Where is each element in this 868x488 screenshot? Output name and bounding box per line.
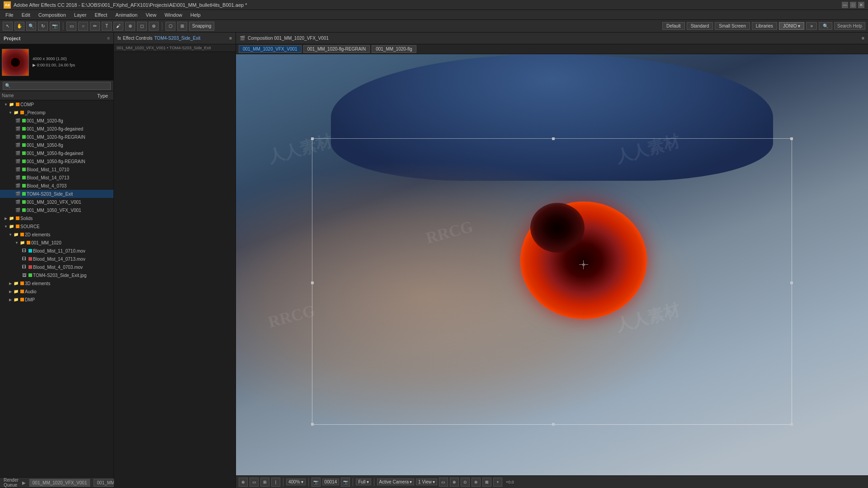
vc-transparency[interactable]: ⊞: [260, 478, 269, 487]
effect-controls-menu[interactable]: ≡: [229, 36, 232, 41]
vc-view-dropdown[interactable]: 1 View ▾: [416, 479, 437, 485]
tree-item-3d[interactable]: ▶ 📁 3D elements: [0, 279, 113, 287]
tree-arrow-2d[interactable]: ▼: [8, 232, 13, 237]
project-panel-menu[interactable]: ≡: [107, 36, 110, 41]
tool-hand[interactable]: ✋: [14, 22, 24, 31]
tree-item-001-vfx[interactable]: 🎬 001_MM_1020_VFX_V001: [0, 198, 113, 206]
workspace-jonio[interactable]: JONIO ▾: [779, 22, 804, 30]
menu-view[interactable]: View: [142, 11, 160, 19]
comp-header-menu[interactable]: ≡: [862, 36, 864, 41]
vc-view-value: 1 View: [418, 479, 432, 484]
vc-guides[interactable]: |: [271, 478, 280, 487]
tree-arrow-audio[interactable]: ▶: [8, 289, 13, 294]
tree-item-blood-mist-11[interactable]: 🎬 Blood_Mist_11_0710: [0, 165, 113, 174]
menu-window[interactable]: Window: [161, 11, 186, 19]
tree-arrow-solids[interactable]: ▶: [4, 216, 8, 221]
tree-arrow-precomp[interactable]: ▼: [8, 110, 13, 115]
tree-item-audio[interactable]: ▶ 📁 Audio: [0, 287, 113, 296]
tool-eraser[interactable]: ◻: [137, 22, 147, 31]
vc-camera-dropdown[interactable]: Active Camera ▾: [377, 479, 415, 485]
comp-tab-flg[interactable]: 001_MM_1020-flg: [372, 45, 416, 53]
tree-item-2d[interactable]: ▼ 📁 2D elements: [0, 230, 113, 239]
project-search-input[interactable]: [3, 82, 111, 90]
workspace-libraries[interactable]: Libraries: [752, 22, 777, 30]
tree-arrow-comp[interactable]: ▼: [4, 102, 8, 107]
vc-btn6[interactable]: +: [493, 478, 502, 487]
tree-item-tom4-side-jpg[interactable]: 🖼 TOM4-S203_Side_Exit.jpg: [0, 271, 113, 279]
window-controls[interactable]: — □ ✕: [842, 2, 864, 8]
menu-animation[interactable]: Animation: [112, 11, 141, 19]
vc-btn3[interactable]: ⊙: [461, 478, 470, 487]
vc-btn5[interactable]: ⊠: [482, 478, 491, 487]
tree-item-blood-mist-11-mov[interactable]: 🎞 Blood_Mist_11_0710.mov: [0, 247, 113, 255]
menu-composition[interactable]: Composition: [35, 11, 70, 19]
tool-zoom[interactable]: 🔍: [26, 22, 36, 31]
tool-shape[interactable]: ⬡: [165, 22, 175, 31]
workspace-default[interactable]: Default: [662, 22, 685, 30]
tree-label-blood-mist-4: Blood_Mist_4_0703: [27, 183, 112, 188]
vc-btn1[interactable]: ▭: [439, 478, 448, 487]
menu-effect[interactable]: Effect: [91, 11, 111, 19]
vc-zoom-dropdown[interactable]: 400% ▾: [286, 479, 306, 485]
composition-viewer[interactable]: 人人素材 RRCG RRCG 人人素材 人人素材: [236, 54, 868, 475]
tree-arrow-dmp[interactable]: ▶: [8, 297, 13, 302]
maximize-button[interactable]: □: [850, 2, 856, 8]
vc-region[interactable]: ▭: [250, 478, 259, 487]
tree-item-blood-mist-4[interactable]: 🎬 Blood_Mist_4_0703: [0, 182, 113, 190]
tool-align[interactable]: ⊞: [177, 22, 187, 31]
workspace-standard[interactable]: Standard: [687, 22, 713, 30]
tool-brush[interactable]: 🖌: [113, 22, 123, 31]
tree-item-001-1050-regrain[interactable]: 🎬 001_MM_1050-flg-REGRAIN: [0, 157, 113, 165]
menu-help[interactable]: Help: [187, 11, 204, 19]
tree-item-blood-mist-14[interactable]: 🎬 Blood_Mist_14_0713: [0, 174, 113, 182]
tool-puppet[interactable]: ⊛: [149, 22, 159, 31]
tree-item-comp[interactable]: ▼ 📁 COMP: [0, 100, 113, 108]
tree-item-001-1050-vfx[interactable]: 🎬 001_MM_1050_VFX_V001: [0, 206, 113, 214]
tree-arrow-3d[interactable]: ▶: [8, 281, 13, 286]
tree-item-001-regrain[interactable]: 🎬 001_MM_1020-flg-REGRAIN: [0, 133, 113, 141]
tool-rect[interactable]: ▭: [66, 22, 76, 31]
tree-item-precomp[interactable]: ▼ 📁 _Precomp: [0, 108, 113, 117]
workspace-extend[interactable]: »: [806, 22, 817, 30]
menu-file[interactable]: File: [2, 11, 17, 19]
tool-camera[interactable]: 📷: [50, 22, 60, 31]
tree-item-001-1050-fg[interactable]: 🎬 001_MM_1050-flg: [0, 141, 113, 149]
vc-camera-btn[interactable]: 📷: [341, 478, 350, 487]
comp-tab-regrain[interactable]: 001_MM_1020-flg-REGRAIN: [303, 45, 370, 53]
search-help-box[interactable]: Search Help: [834, 22, 865, 30]
tree-arrow-source[interactable]: ▼: [4, 224, 8, 229]
workspace-small-screen[interactable]: Small Screen: [715, 22, 750, 30]
tree-item-solids[interactable]: ▶ 📁 Solids: [0, 214, 113, 222]
close-button[interactable]: ✕: [858, 2, 864, 8]
tool-pen[interactable]: ✏: [90, 22, 100, 31]
render-queue-tab1[interactable]: 001_MM_1020_VFX_V001: [29, 479, 90, 487]
tool-ellipse[interactable]: ○: [78, 22, 88, 31]
vc-btn2[interactable]: ⊕: [450, 478, 459, 487]
handle-bl: [311, 423, 314, 426]
menu-edit[interactable]: Edit: [18, 11, 34, 19]
tree-item-001-fg[interactable]: 🎬 001_MM_1020-flg: [0, 117, 113, 125]
minimize-button[interactable]: —: [842, 2, 848, 8]
tool-select[interactable]: ↖: [3, 22, 13, 31]
tree-item-001-1050-degrained[interactable]: 🎬 001_MM_1050-flg-degained: [0, 149, 113, 157]
tree-item-source[interactable]: ▼ 📁 SOURCE: [0, 222, 113, 230]
tree-item-blood-mist-4-mov[interactable]: 🎞 Blood_Mist_4_0703.mov: [0, 263, 113, 271]
tree-item-001-degrained[interactable]: 🎬 001_MM_1020-flg-degained: [0, 125, 113, 133]
tree-item-tom4-side[interactable]: 🎬 TOM4-S203_Side_Exit: [0, 190, 113, 198]
tool-clone[interactable]: ⊕: [125, 22, 135, 31]
tool-rotate[interactable]: ↻: [38, 22, 48, 31]
tree-item-blood-mist-14-mov[interactable]: 🎞 Blood_Mist_14_0713.mov: [0, 255, 113, 263]
tree-arrow-001-m020[interactable]: ▼: [14, 240, 19, 245]
workspace-search-icon-btn[interactable]: 🔍: [819, 22, 832, 30]
tree-item-dmp[interactable]: ▶ 📁 DMP: [0, 296, 113, 304]
tree-item-001-m020[interactable]: ▼ 📁 001_MM_1020: [0, 239, 113, 247]
vc-snapshot[interactable]: 📷: [311, 478, 321, 487]
vc-always-preview[interactable]: ⊕: [239, 478, 248, 487]
menu-layer[interactable]: Layer: [71, 11, 90, 19]
vc-quality-dropdown[interactable]: Full ▾: [356, 479, 371, 485]
tool-text[interactable]: T: [102, 22, 112, 31]
vc-btn4[interactable]: ⊛: [472, 478, 481, 487]
tool-snapping[interactable]: Snapping: [189, 22, 214, 31]
vc-timecode[interactable]: 00014: [322, 479, 340, 485]
comp-tab-vfx-v001[interactable]: 001_MM_1020_VFX_V001: [239, 45, 302, 53]
